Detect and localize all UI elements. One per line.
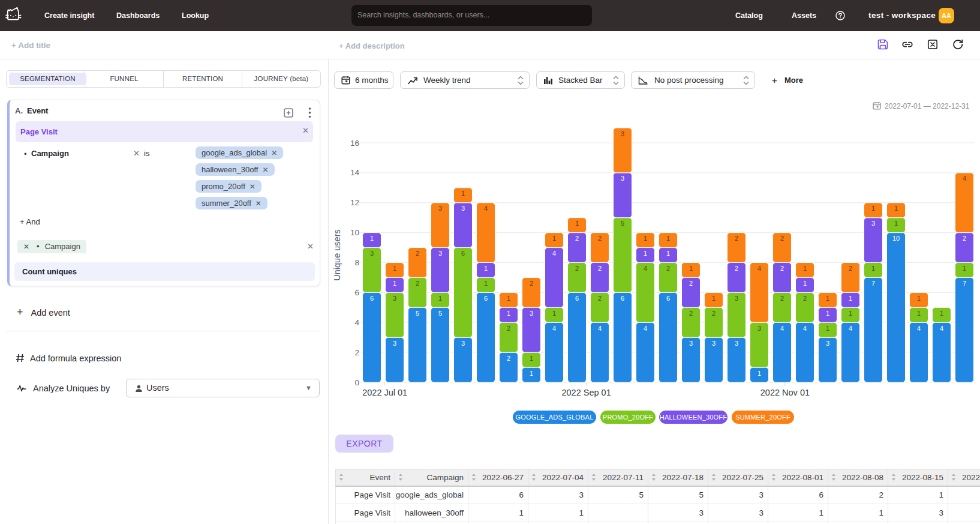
svg-text:7: 7 <box>871 280 875 287</box>
svg-text:12: 12 <box>350 198 359 207</box>
svg-text:4: 4 <box>940 325 943 332</box>
svg-text:2022 Sep 01: 2022 Sep 01 <box>561 388 611 397</box>
svg-text:2: 2 <box>666 265 670 272</box>
svg-text:3: 3 <box>530 310 533 317</box>
svg-text:1: 1 <box>826 295 829 302</box>
svg-text:2: 2 <box>735 235 738 242</box>
svg-text:3: 3 <box>438 205 442 212</box>
svg-text:1: 1 <box>484 265 488 272</box>
svg-text:6: 6 <box>575 295 579 302</box>
svg-text:2: 2 <box>575 265 579 272</box>
svg-text:3: 3 <box>712 340 716 347</box>
svg-text:6: 6 <box>484 295 488 302</box>
svg-text:1: 1 <box>530 370 533 377</box>
svg-text:1: 1 <box>530 355 533 362</box>
svg-text:3: 3 <box>438 250 442 257</box>
svg-text:2: 2 <box>598 265 602 272</box>
svg-text:2: 2 <box>530 280 533 287</box>
svg-text:4: 4 <box>644 265 647 272</box>
svg-text:2: 2 <box>780 235 784 242</box>
svg-text:4: 4 <box>780 325 784 332</box>
svg-text:2: 2 <box>689 280 693 287</box>
svg-text:1: 1 <box>666 250 670 257</box>
svg-text:3: 3 <box>871 220 875 227</box>
svg-text:2: 2 <box>598 295 602 302</box>
svg-text:3: 3 <box>826 340 829 347</box>
svg-text:5: 5 <box>438 310 442 317</box>
svg-text:2: 2 <box>849 265 852 272</box>
svg-text:10: 10 <box>350 228 359 237</box>
svg-text:2022 Jul 01: 2022 Jul 01 <box>362 388 407 397</box>
svg-text:1: 1 <box>461 190 465 197</box>
svg-text:1: 1 <box>484 280 488 287</box>
svg-text:10: 10 <box>892 235 900 242</box>
svg-text:6: 6 <box>461 250 465 257</box>
svg-text:1: 1 <box>507 295 510 302</box>
svg-text:3: 3 <box>757 325 761 332</box>
svg-text:2: 2 <box>963 235 966 242</box>
svg-text:2: 2 <box>354 348 359 357</box>
svg-text:4: 4 <box>552 250 556 257</box>
svg-text:3: 3 <box>735 295 738 302</box>
svg-text:1: 1 <box>575 220 579 227</box>
svg-text:Unique users: Unique users <box>332 229 342 280</box>
svg-text:2: 2 <box>712 310 716 317</box>
svg-text:0: 0 <box>354 378 359 387</box>
svg-text:2: 2 <box>507 355 510 362</box>
svg-text:2: 2 <box>803 295 807 302</box>
svg-text:1: 1 <box>940 310 943 317</box>
svg-text:5: 5 <box>416 310 419 317</box>
svg-text:3: 3 <box>370 250 374 257</box>
svg-text:1: 1 <box>894 205 898 212</box>
svg-text:4: 4 <box>849 325 852 332</box>
svg-text:1: 1 <box>849 310 852 317</box>
svg-text:2: 2 <box>507 325 510 332</box>
svg-text:2: 2 <box>735 265 738 272</box>
svg-text:4: 4 <box>552 325 556 332</box>
svg-text:4: 4 <box>757 265 761 272</box>
svg-text:1: 1 <box>438 295 442 302</box>
svg-text:4: 4 <box>644 325 647 332</box>
svg-text:3: 3 <box>461 340 465 347</box>
svg-text:4: 4 <box>484 205 488 212</box>
svg-text:3: 3 <box>621 130 624 137</box>
svg-text:3: 3 <box>621 175 624 182</box>
svg-text:4: 4 <box>354 318 359 327</box>
svg-text:2: 2 <box>780 265 784 272</box>
svg-text:2022 Nov 01: 2022 Nov 01 <box>760 388 810 397</box>
svg-text:1: 1 <box>507 310 510 317</box>
svg-text:5: 5 <box>621 220 624 227</box>
svg-text:1: 1 <box>894 220 898 227</box>
svg-text:3: 3 <box>689 340 693 347</box>
svg-text:1: 1 <box>963 265 966 272</box>
svg-text:16: 16 <box>350 139 359 148</box>
svg-text:2: 2 <box>416 280 419 287</box>
svg-text:3: 3 <box>461 205 465 212</box>
svg-text:1: 1 <box>666 235 670 242</box>
svg-text:2: 2 <box>780 295 784 302</box>
svg-text:6: 6 <box>621 295 624 302</box>
svg-text:8: 8 <box>354 258 359 267</box>
svg-text:1: 1 <box>644 250 647 257</box>
svg-text:1: 1 <box>552 310 556 317</box>
svg-text:3: 3 <box>393 295 396 302</box>
svg-text:3: 3 <box>393 340 396 347</box>
svg-text:1: 1 <box>917 295 921 302</box>
svg-text:1: 1 <box>644 235 647 242</box>
svg-text:1: 1 <box>803 265 807 272</box>
svg-text:3: 3 <box>735 340 738 347</box>
svg-text:2: 2 <box>575 235 579 242</box>
svg-text:1: 1 <box>370 235 374 242</box>
svg-text:2: 2 <box>598 235 602 242</box>
svg-text:1: 1 <box>871 205 875 212</box>
svg-text:1: 1 <box>826 325 829 332</box>
svg-text:6: 6 <box>354 288 359 297</box>
svg-text:1: 1 <box>849 295 852 302</box>
svg-text:1: 1 <box>712 295 716 302</box>
svg-text:1: 1 <box>689 265 693 272</box>
svg-text:1: 1 <box>871 265 875 272</box>
svg-text:6: 6 <box>666 295 670 302</box>
svg-text:2: 2 <box>416 250 419 257</box>
svg-text:1: 1 <box>552 235 556 242</box>
svg-text:1: 1 <box>917 310 921 317</box>
